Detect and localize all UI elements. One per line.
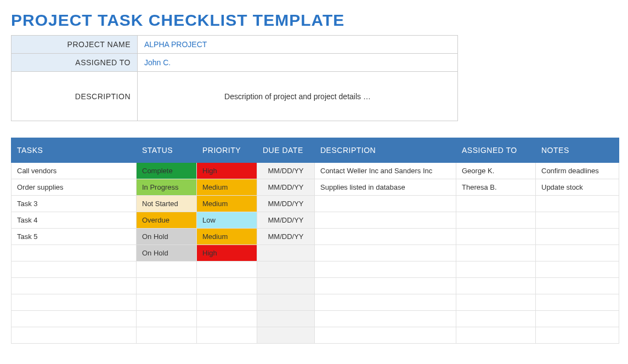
cell-assigned[interactable]: Theresa B. <box>456 179 536 196</box>
cell-assigned[interactable] <box>456 294 536 311</box>
cell-description[interactable] <box>315 261 456 278</box>
cell-priority[interactable] <box>197 278 257 294</box>
cell-assigned[interactable] <box>456 327 536 344</box>
cell-task[interactable] <box>12 278 137 294</box>
cell-status[interactable]: On Hold <box>137 245 197 261</box>
cell-due[interactable] <box>257 278 315 294</box>
cell-notes[interactable] <box>536 245 619 261</box>
col-status: STATUS <box>137 138 197 163</box>
task-row: On HoldHigh <box>12 245 619 261</box>
cell-description[interactable] <box>315 294 456 311</box>
cell-notes[interactable] <box>536 261 619 278</box>
project-meta-table: PROJECT NAME ALPHA PROJECT ASSIGNED TO J… <box>11 35 458 121</box>
task-row: Task 5On HoldMediumMM/DD/YY <box>12 229 619 245</box>
cell-status[interactable] <box>137 294 197 311</box>
task-row-empty <box>12 327 619 344</box>
task-row-empty <box>12 278 619 294</box>
cell-notes[interactable] <box>536 212 619 229</box>
cell-description[interactable] <box>315 212 456 229</box>
cell-priority[interactable]: Medium <box>197 196 257 212</box>
cell-description[interactable]: Contact Weller Inc and Sanders Inc <box>315 163 456 179</box>
cell-due[interactable]: MM/DD/YY <box>257 163 315 179</box>
cell-notes[interactable] <box>536 196 619 212</box>
cell-assigned[interactable] <box>456 311 536 327</box>
cell-task[interactable] <box>12 294 137 311</box>
task-row: Task 4OverdueLowMM/DD/YY <box>12 212 619 229</box>
cell-description[interactable] <box>315 327 456 344</box>
assigned-to-value[interactable]: John C. <box>138 54 458 72</box>
tasks-table: TASKS STATUS PRIORITY DUE DATE DESCRIPTI… <box>11 138 619 344</box>
cell-due[interactable] <box>257 327 315 344</box>
cell-assigned[interactable] <box>456 245 536 261</box>
cell-description[interactable] <box>315 245 456 261</box>
cell-priority[interactable]: High <box>197 163 257 179</box>
cell-task[interactable]: Order supplies <box>12 179 137 196</box>
cell-status[interactable]: Not Started <box>137 196 197 212</box>
cell-notes[interactable]: Confirm deadlines <box>536 163 619 179</box>
cell-description[interactable]: Supplies listed in database <box>315 179 456 196</box>
col-tasks: TASKS <box>12 138 137 163</box>
cell-task[interactable] <box>12 245 137 261</box>
task-row: Order suppliesIn ProgressMediumMM/DD/YYS… <box>12 179 619 196</box>
cell-priority[interactable] <box>197 311 257 327</box>
cell-status[interactable]: Complete <box>137 163 197 179</box>
cell-task[interactable]: Task 3 <box>12 196 137 212</box>
cell-priority[interactable]: Low <box>197 212 257 229</box>
cell-status[interactable] <box>137 278 197 294</box>
cell-due[interactable] <box>257 261 315 278</box>
cell-description[interactable] <box>315 278 456 294</box>
cell-due[interactable]: MM/DD/YY <box>257 229 315 245</box>
cell-status[interactable] <box>137 311 197 327</box>
cell-due[interactable]: MM/DD/YY <box>257 179 315 196</box>
cell-description[interactable] <box>315 196 456 212</box>
task-row-empty <box>12 311 619 327</box>
cell-priority[interactable] <box>197 294 257 311</box>
cell-assigned[interactable] <box>456 278 536 294</box>
cell-priority[interactable]: Medium <box>197 229 257 245</box>
cell-description[interactable] <box>315 229 456 245</box>
cell-status[interactable]: Overdue <box>137 212 197 229</box>
cell-task[interactable] <box>12 261 137 278</box>
cell-task[interactable]: Call vendors <box>12 163 137 179</box>
cell-assigned[interactable]: George K. <box>456 163 536 179</box>
cell-assigned[interactable] <box>456 261 536 278</box>
cell-priority[interactable] <box>197 261 257 278</box>
cell-status[interactable] <box>137 261 197 278</box>
cell-due[interactable]: MM/DD/YY <box>257 212 315 229</box>
cell-task[interactable] <box>12 311 137 327</box>
cell-status[interactable]: In Progress <box>137 179 197 196</box>
cell-status[interactable]: On Hold <box>137 229 197 245</box>
cell-due[interactable]: MM/DD/YY <box>257 196 315 212</box>
cell-priority[interactable]: Medium <box>197 179 257 196</box>
cell-notes[interactable] <box>536 294 619 311</box>
col-notes: NOTES <box>536 138 619 163</box>
cell-priority[interactable]: High <box>197 245 257 261</box>
cell-task[interactable]: Task 5 <box>12 229 137 245</box>
cell-assigned[interactable] <box>456 229 536 245</box>
cell-priority[interactable] <box>197 327 257 344</box>
col-description: DESCRIPTION <box>315 138 456 163</box>
col-assigned: ASSIGNED TO <box>456 138 536 163</box>
cell-task[interactable] <box>12 327 137 344</box>
cell-description[interactable] <box>315 311 456 327</box>
cell-notes[interactable] <box>536 278 619 294</box>
description-label: DESCRIPTION <box>12 72 138 121</box>
cell-notes[interactable] <box>536 229 619 245</box>
page-title: PROJECT TASK CHECKLIST TEMPLATE <box>11 11 617 30</box>
cell-notes[interactable] <box>536 327 619 344</box>
cell-due[interactable] <box>257 294 315 311</box>
cell-status[interactable] <box>137 327 197 344</box>
cell-due[interactable] <box>257 245 315 261</box>
cell-assigned[interactable] <box>456 212 536 229</box>
col-priority: PRIORITY <box>197 138 257 163</box>
cell-assigned[interactable] <box>456 196 536 212</box>
cell-due[interactable] <box>257 311 315 327</box>
cell-notes[interactable] <box>536 311 619 327</box>
task-row-empty <box>12 294 619 311</box>
description-value[interactable]: Description of project and project detai… <box>138 72 458 121</box>
project-name-value[interactable]: ALPHA PROJECT <box>138 36 458 54</box>
cell-task[interactable]: Task 4 <box>12 212 137 229</box>
cell-notes[interactable]: Update stock <box>536 179 619 196</box>
tasks-header-row: TASKS STATUS PRIORITY DUE DATE DESCRIPTI… <box>12 138 619 163</box>
assigned-to-label: ASSIGNED TO <box>12 54 138 72</box>
